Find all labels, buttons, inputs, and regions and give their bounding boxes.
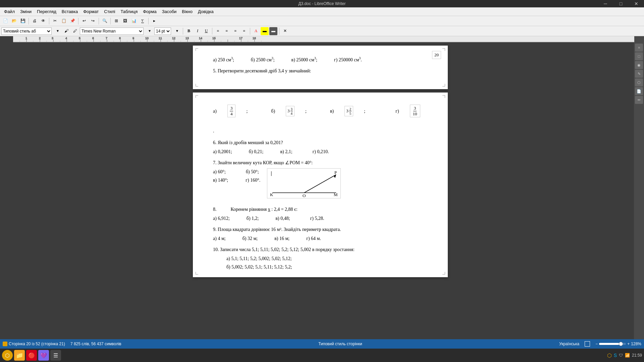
size-dropdown[interactable]: 14 pt xyxy=(154,27,171,35)
q4-answer-d: г) 250000 см3. xyxy=(334,56,362,63)
print-button[interactable]: 🖨 xyxy=(31,17,39,25)
sidebar-icon-7[interactable]: ✏ xyxy=(635,96,643,104)
toolbar-format: Типовий стиль аб ▾ 🖌 🖊 Times New Roman ▾… xyxy=(0,26,644,36)
font-dropdown-arrow[interactable]: ▾ xyxy=(146,27,154,35)
q8-text: 8. Коренем рівняння x : 2,4 = 2,88 є: xyxy=(213,207,298,212)
zoom-slider[interactable] xyxy=(599,343,626,345)
background-button[interactable]: ▬ xyxy=(269,27,277,35)
taskbar-app1[interactable]: 🔴 xyxy=(26,350,37,361)
paint2-button[interactable]: 🖊 xyxy=(71,27,79,35)
q4-answer-b: б) 2500 см3; xyxy=(251,56,275,63)
page-number-1: 20 xyxy=(432,51,441,59)
image-button[interactable]: 🖼 xyxy=(121,17,129,25)
justify-button[interactable]: ≡ xyxy=(240,27,248,35)
more-button[interactable]: ▸ xyxy=(150,17,158,25)
menu-insert[interactable]: Вставка xyxy=(59,8,80,15)
cut-button[interactable]: ✂ xyxy=(51,17,59,25)
svg-text:11: 11 xyxy=(159,37,162,40)
find-button[interactable]: 🔍 xyxy=(101,17,109,25)
formula-button[interactable]: ∑ xyxy=(139,17,147,25)
menu-help[interactable]: Довідка xyxy=(195,8,216,15)
q9-d: г) 64 м. xyxy=(306,235,321,242)
q5-b-den: 4 xyxy=(290,111,293,115)
zoom-in-btn[interactable]: + xyxy=(627,342,630,346)
antivirus-tray: 🛡 xyxy=(619,353,623,358)
preview-button[interactable]: 👁 xyxy=(39,17,47,25)
menu-table[interactable]: Таблиця xyxy=(118,8,140,15)
status-bar: Сторінка 20 із 52 (сторінка 21) 7 825 сл… xyxy=(0,339,644,349)
q8-a: а) 6,912; xyxy=(213,215,230,222)
menu-styles[interactable]: Стилі xyxy=(101,8,118,15)
q8-d: г) 5,28. xyxy=(310,215,324,222)
sidebar-icon-3[interactable]: ◉ xyxy=(635,61,643,69)
q10-b-row: б) 5,002; 5,02; 5,1; 5,11; 5,12; 5,2; xyxy=(226,263,428,270)
italic-button[interactable]: I xyxy=(194,27,202,35)
geometry-diagram: K O M P xyxy=(267,168,341,200)
q5-d-period: . xyxy=(213,127,214,134)
clock: 21:59 xyxy=(632,353,642,358)
question-7: 7. Знайти величину кута КОР, якщо ∠РОМ =… xyxy=(213,159,428,166)
taskbar-app2[interactable]: 💜 xyxy=(38,350,49,361)
page-info: Сторінка 20 із 52 (сторінка 21) xyxy=(9,342,65,346)
q8-c: в) 0,48; xyxy=(275,215,290,222)
taskbar-files[interactable]: 📁 xyxy=(14,350,25,361)
sidebar-icon-1[interactable]: ≡ xyxy=(635,44,643,52)
q10-b: б) 5,002; 5,02; 5,1; 5,11; 5,12; 5,2; xyxy=(226,264,292,269)
svg-text:5: 5 xyxy=(79,37,80,40)
copy-button[interactable]: 📋 xyxy=(60,17,68,25)
q5-c-num: 2 xyxy=(349,107,352,111)
paste-button[interactable]: 📌 xyxy=(68,17,76,25)
align-center-button[interactable]: ≡ xyxy=(223,27,231,35)
svg-text:12: 12 xyxy=(172,37,175,40)
menu-window[interactable]: Вікно xyxy=(179,8,195,15)
open-button[interactable]: 📂 xyxy=(10,17,18,25)
chart-button[interactable]: 📊 xyxy=(130,17,138,25)
menu-edit[interactable]: Зміни xyxy=(17,8,34,15)
save-button[interactable]: 💾 xyxy=(19,17,27,25)
font-dropdown[interactable]: Times New Roman xyxy=(80,27,144,35)
sidebar-icon-4[interactable]: ✎ xyxy=(635,70,643,78)
start-button[interactable]: ⬡ xyxy=(2,350,13,361)
title-bar: Д3.doc - LibreOffice Writer ─ □ ✕ xyxy=(0,0,644,7)
align-right-button[interactable]: ≡ xyxy=(231,27,239,35)
size-dropdown-arrow[interactable]: ▾ xyxy=(173,27,181,35)
font-color-button[interactable]: A xyxy=(252,27,260,35)
q5-c-label: в) xyxy=(330,108,334,115)
q8-answers: а) 6,912; б) 1,2; в) 0,48; г) 5,28. xyxy=(213,215,428,222)
close-button[interactable]: ✕ xyxy=(629,0,644,7)
q6-c: в) 2,1; xyxy=(280,148,292,155)
new-button[interactable]: 📄 xyxy=(1,17,9,25)
highlight-button[interactable]: ▬ xyxy=(261,27,269,35)
table-button[interactable]: ⊞ xyxy=(112,17,120,25)
menu-tools[interactable]: Засоби xyxy=(159,8,179,15)
style-dropdown[interactable]: Типовий стиль аб xyxy=(1,27,52,35)
maximize-button[interactable]: □ xyxy=(613,0,629,7)
q7-ab-row: а) 60°; б) 50°; xyxy=(213,168,260,175)
menu-file[interactable]: Файл xyxy=(1,8,17,15)
menu-format[interactable]: Формат xyxy=(80,8,101,15)
menu-view[interactable]: Перегляд xyxy=(34,8,59,15)
bold-button[interactable]: B xyxy=(185,27,193,35)
document-area[interactable]: а) 250 см3; б) 2500 см3; в) 25000 см3; г… xyxy=(7,42,634,349)
q5-a-label: а) xyxy=(213,108,217,115)
sidebar-icon-5[interactable]: ⬡ xyxy=(635,78,643,86)
minimize-button[interactable]: ─ xyxy=(598,0,613,7)
taskbar-menu[interactable]: ☰ xyxy=(50,350,61,361)
style-dropdown-arrow[interactable]: ▾ xyxy=(54,27,62,35)
status-left: Сторінка 20 із 52 (сторінка 21) xyxy=(3,342,65,346)
underline-button[interactable]: U xyxy=(202,27,210,35)
close-toolbar-btn[interactable]: ✕ xyxy=(281,27,289,35)
svg-text:1: 1 xyxy=(25,37,27,40)
main-content-area: а) 250 см3; б) 2500 см3; в) 25000 см3; г… xyxy=(0,42,644,349)
paint-button[interactable]: 🖌 xyxy=(62,27,70,35)
undo-button[interactable]: ↩ xyxy=(80,17,88,25)
sidebar-icon-6[interactable]: 📄 xyxy=(635,87,643,95)
align-left-button[interactable]: ≡ xyxy=(214,27,222,35)
svg-text:3: 3 xyxy=(52,37,53,40)
redo-button[interactable]: ↪ xyxy=(89,17,97,25)
zoom-out-btn[interactable]: − xyxy=(595,342,598,346)
sidebar-icon-2[interactable]: □ xyxy=(635,52,643,60)
svg-text:15: 15 xyxy=(212,37,216,40)
word-count: 7 825 слів, 56 437 символів xyxy=(70,342,121,346)
menu-form[interactable]: Форма xyxy=(140,8,159,15)
